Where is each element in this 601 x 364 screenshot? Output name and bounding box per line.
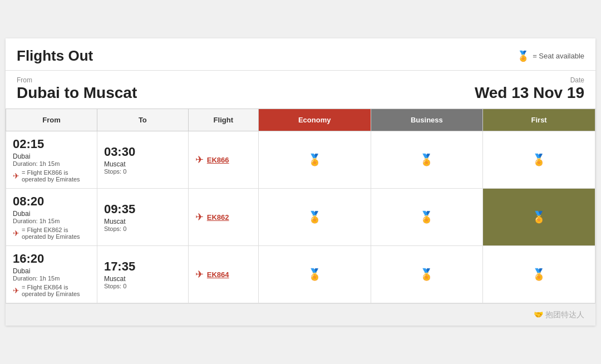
operated-by: ✈ = Flight EK866 is operated by Emirates	[13, 169, 90, 183]
duration: Duration: 1h 15m	[13, 218, 90, 224]
cell-business[interactable]: 🏅	[371, 246, 483, 303]
cell-to: 03:30 Muscat Stops: 0	[97, 131, 188, 189]
table-row: 02:15 Dubai Duration: 1h 15m ✈ = Flight …	[6, 131, 595, 189]
business-seat-icon: 🏅	[420, 210, 433, 224]
depart-city: Dubai	[13, 267, 90, 275]
cell-business[interactable]: 🏅	[371, 189, 483, 246]
flights-container: Flights Out 🏅 = Seat available From Duba…	[6, 38, 595, 326]
date-label: Date	[475, 76, 584, 84]
cell-to: 17:35 Muscat Stops: 0	[97, 246, 188, 303]
route-section: From Dubai to Muscat Date Wed 13 Nov 19	[6, 71, 595, 109]
first-seat-icon: 🏅	[532, 268, 546, 281]
emirates-icon: ✈	[13, 229, 19, 238]
operated-by: ✈ = Flight EK862 is operated by Emirates	[13, 227, 90, 240]
business-seat-icon: 🏅	[420, 153, 433, 166]
watermark: 🤝 抱团特达人	[534, 310, 584, 320]
route-date: Date Wed 13 Nov 19	[475, 76, 584, 102]
arrive-city: Muscat	[104, 218, 181, 225]
operated-text: = Flight EK862 is operated by Emirates	[22, 227, 90, 240]
table-row: 08:20 Dubai Duration: 1h 15m ✈ = Flight …	[6, 189, 595, 246]
economy-seat-icon: 🏅	[308, 153, 322, 166]
from-label: From	[17, 76, 137, 84]
economy-seat-icon: 🏅	[308, 210, 322, 224]
first-seat-icon: 🏅	[532, 210, 546, 224]
col-header-to: To	[97, 109, 188, 131]
col-header-from: From	[6, 109, 97, 131]
flight-number-link[interactable]: EK866	[207, 156, 229, 164]
arrive-time: 17:35	[104, 259, 181, 274]
depart-city: Dubai	[13, 210, 90, 218]
operated-text: = Flight EK866 is operated by Emirates	[22, 169, 90, 183]
economy-seat-icon: 🏅	[308, 268, 322, 281]
date-text: Wed 13 Nov 19	[475, 84, 584, 102]
stops: Stops: 0	[104, 283, 181, 289]
cell-business[interactable]: 🏅	[371, 131, 483, 189]
emirates-icon: ✈	[13, 171, 19, 180]
col-header-business: Business	[371, 109, 483, 131]
legend-text: = Seat available	[533, 52, 584, 60]
cell-to: 09:35 Muscat Stops: 0	[97, 189, 188, 246]
stops: Stops: 0	[104, 225, 181, 232]
arrive-time: 09:35	[104, 202, 181, 217]
duration: Duration: 1h 15m	[13, 275, 90, 282]
cell-flight: ✈ EK864	[188, 246, 258, 303]
stops: Stops: 0	[104, 168, 181, 175]
emirates-logo-icon: ✈	[195, 211, 204, 223]
business-seat-icon: 🏅	[420, 268, 433, 281]
cell-first[interactable]: 🏅	[483, 189, 595, 246]
emirates-logo-icon: ✈	[195, 268, 204, 281]
cell-from: 08:20 Dubai Duration: 1h 15m ✈ = Flight …	[6, 189, 97, 246]
cell-economy[interactable]: 🏅	[258, 189, 371, 246]
cell-economy[interactable]: 🏅	[258, 246, 371, 303]
first-seat-icon: 🏅	[532, 153, 546, 166]
flight-number-link[interactable]: EK862	[207, 213, 229, 222]
depart-time: 08:20	[13, 194, 90, 209]
duration: Duration: 1h 15m	[13, 160, 90, 167]
seat-available-icon: 🏅	[517, 50, 529, 62]
route-text: Dubai to Muscat	[17, 84, 137, 102]
flights-table: From To Flight Economy Business First 02…	[6, 109, 595, 303]
emirates-icon: ✈	[13, 286, 19, 295]
cell-from: 02:15 Dubai Duration: 1h 15m ✈ = Flight …	[6, 131, 97, 189]
arrive-city: Muscat	[104, 160, 181, 168]
col-header-first: First	[483, 109, 595, 131]
cell-economy[interactable]: 🏅	[258, 131, 371, 189]
route-from: From Dubai to Muscat	[17, 76, 137, 102]
page-title: Flights Out	[17, 47, 93, 65]
footer: 🤝 抱团特达人	[6, 303, 595, 326]
emirates-logo-icon: ✈	[195, 154, 204, 166]
legend: 🏅 = Seat available	[517, 50, 584, 62]
col-header-flight: Flight	[188, 109, 258, 131]
arrive-city: Muscat	[104, 275, 181, 283]
operated-text: = Flight EK864 is operated by Emirates	[22, 284, 90, 297]
header: Flights Out 🏅 = Seat available	[6, 38, 595, 71]
depart-time: 02:15	[13, 137, 90, 151]
operated-by: ✈ = Flight EK864 is operated by Emirates	[13, 284, 90, 297]
cell-from: 16:20 Dubai Duration: 1h 15m ✈ = Flight …	[6, 246, 97, 303]
col-header-economy: Economy	[258, 109, 371, 131]
table-row: 16:20 Dubai Duration: 1h 15m ✈ = Flight …	[6, 246, 595, 303]
arrive-time: 03:30	[104, 145, 181, 159]
depart-time: 16:20	[13, 252, 90, 266]
cell-first[interactable]: 🏅	[483, 131, 595, 189]
cell-flight: ✈ EK866	[188, 131, 258, 189]
flight-number-link[interactable]: EK864	[207, 270, 229, 279]
cell-flight: ✈ EK862	[188, 189, 258, 246]
depart-city: Dubai	[13, 153, 90, 160]
cell-first[interactable]: 🏅	[483, 246, 595, 303]
